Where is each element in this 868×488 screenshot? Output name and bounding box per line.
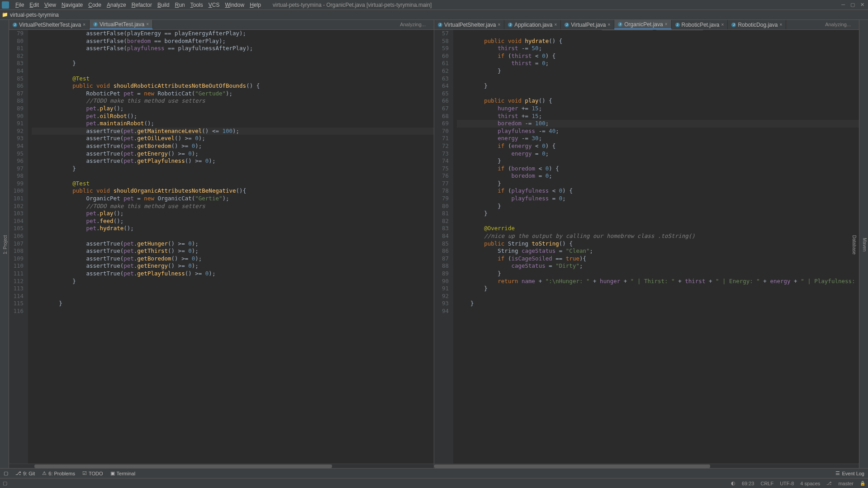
tab-VirtualPetShelter-java[interactable]: JVirtualPetShelter.java× [434,20,504,29]
tab-OrganicPet-java[interactable]: JOrganicPet.java× [614,20,671,29]
java-file-icon: J [618,22,622,27]
close-tab-icon[interactable]: × [83,22,85,27]
right-code[interactable]: public void hydrate() { thirst -= 50; if… [453,30,859,464]
java-file-icon: J [508,23,512,27]
project-name: virtual-pets-tyrymina [10,12,59,18]
bottom-todo[interactable]: ☑TODO [82,470,103,476]
window-controls: ─ ▢ ✕ [841,2,866,8]
status-eol[interactable]: CRLF [760,481,773,486]
close-tab-icon[interactable]: × [779,22,782,27]
close-tab-icon[interactable]: × [554,22,557,27]
left-tabs: JVirtualPetShelterTest.java×JVirtualPetT… [9,20,434,30]
analyzing-label-right: Analyzing... [825,22,851,27]
java-file-icon: J [675,23,680,27]
left-tool-stripe: 1: Project 7: Structure Commit Pull Requ… [0,20,9,468]
close-button[interactable]: ✕ [860,2,864,8]
close-tab-icon[interactable]: × [721,22,724,27]
window-title: virtual-pets-tyrymina - OrganicPet.java … [273,2,432,8]
bottom-tool-window-icon[interactable]: ▢ [4,470,8,476]
close-tab-icon[interactable]: × [665,22,668,27]
close-tab-icon[interactable]: × [146,22,149,27]
maximize-button[interactable]: ▢ [850,2,855,8]
java-file-icon: J [731,23,736,27]
main-area: 1: Project 7: Structure Commit Pull Requ… [0,20,868,468]
project-folder-icon: 📁 [2,12,8,18]
tab-RoboticDog-java[interactable]: JRoboticDog.java× [728,20,786,29]
menu-vcs[interactable]: VCS [206,1,223,9]
status-branch[interactable]: master [838,481,854,486]
tab-RoboticPet-java[interactable]: JRoboticPet.java× [672,20,728,29]
status-message: ▢ [3,480,7,486]
right-line-gutter: 5758596061626364656667686970717273747576… [434,30,453,464]
statusbar: ▢ ◐ 69:23 CRLF UTF-8 4 spaces ⎇ master 🔒 [0,478,868,488]
menu-view[interactable]: View [42,1,59,9]
tab-Application-java[interactable]: JApplication.java× [504,20,561,29]
right-hscroll[interactable] [434,464,859,468]
close-tab-icon[interactable]: × [498,22,501,27]
menu-build[interactable]: Build [155,1,172,9]
status-indent[interactable]: 4 spaces [800,481,820,486]
menu-code[interactable]: Code [85,1,104,9]
menu-run[interactable]: Run [172,1,188,9]
bottom-problems[interactable]: ⚠6: Problems [42,470,75,476]
menu-window[interactable]: Window [222,1,247,9]
warning-icon: ⚠ [42,470,47,476]
close-tab-icon[interactable]: × [607,22,610,27]
status-encoding[interactable]: UTF-8 [780,481,794,486]
branch-icon: ⎇ [15,470,21,476]
right-tool-stripe: Maven Database [859,20,868,468]
tool-maven[interactable]: Maven [861,236,868,253]
java-file-icon: J [13,23,17,27]
minimize-button[interactable]: ─ [841,2,845,8]
branch-icon: ⎇ [826,481,832,486]
lock-icon[interactable]: 🔒 [860,481,865,486]
left-line-gutter: 7980818283848586878889909192939495969798… [9,30,28,464]
tab-VirtualPet-java[interactable]: JVirtualPet.java× [561,20,614,29]
editor-area: JVirtualPetShelterTest.java×JVirtualPetT… [9,20,859,468]
project-bar: 📁 virtual-pets-tyrymina ↖ 👥 Code With Me… [0,10,868,20]
log-icon: ☰ [835,470,840,476]
menu-tools[interactable]: Tools [188,1,206,9]
right-editor: JVirtualPetShelter.java×JApplication.jav… [434,20,859,468]
status-caret-pos: 69:23 [742,481,754,486]
left-hscroll[interactable] [9,464,434,468]
main-menu: FileEditViewNavigateCodeAnalyzeRefactorB… [13,1,264,9]
bottom-tools: ▢ ⎇9: Git ⚠6: Problems ☑TODO ▣Terminal ☰… [0,468,868,478]
menu-edit[interactable]: Edit [27,1,42,9]
bottom-event-log[interactable]: ☰Event Log [835,470,864,476]
menu-file[interactable]: File [13,1,27,9]
tab-VirtualPetTest-java[interactable]: JVirtualPetTest.java× [90,20,153,29]
terminal-icon: ▣ [110,470,115,476]
menu-analyze[interactable]: Analyze [104,1,129,9]
check-icon: ☑ [82,470,87,476]
app-icon [2,1,9,9]
left-code[interactable]: assertFalse(playEnergy == playEnergyAfte… [28,30,434,464]
titlebar: FileEditViewNavigateCodeAnalyzeRefactorB… [0,0,868,10]
java-file-icon: J [438,23,442,27]
bottom-git[interactable]: ⎇9: Git [15,470,35,476]
status-indicator-icon: ◐ [731,480,735,486]
tab-VirtualPetShelterTest-java[interactable]: JVirtualPetShelterTest.java× [9,20,90,29]
java-file-icon: J [564,23,569,27]
tool-project[interactable]: 1: Project [2,233,9,256]
analyzing-label-left: Analyzing... [400,22,426,27]
java-file-icon: J [93,22,98,27]
menu-refactor[interactable]: Refactor [129,1,155,9]
menu-help[interactable]: Help [247,1,264,9]
bottom-terminal[interactable]: ▣Terminal [110,470,136,476]
menu-navigate[interactable]: Navigate [59,1,85,9]
right-code-area[interactable]: 5758596061626364656667686970717273747576… [434,30,859,464]
right-tabs: JVirtualPetShelter.java×JApplication.jav… [434,20,859,30]
left-code-area[interactable]: 7980818283848586878889909192939495969798… [9,30,434,464]
left-editor: JVirtualPetShelterTest.java×JVirtualPetT… [9,20,434,468]
